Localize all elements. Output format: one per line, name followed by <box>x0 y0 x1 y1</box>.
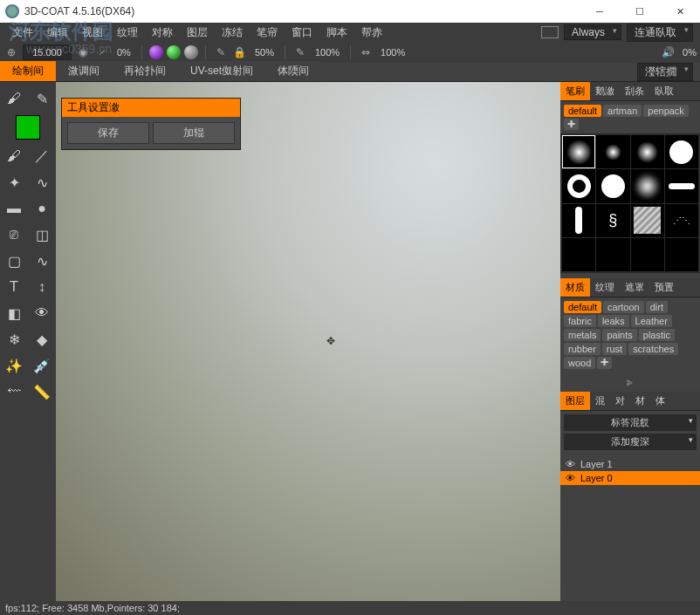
tab-voxel[interactable]: 体陾间 <box>265 61 321 81</box>
mat-chip-add[interactable]: ✚ <box>597 357 612 369</box>
mat-chip[interactable]: rust <box>602 343 627 355</box>
minimize-button[interactable]: ─ <box>580 0 620 23</box>
brush-preset[interactable]: ⋰⋱ <box>665 204 698 237</box>
menu-window[interactable]: 窗口 <box>285 25 319 40</box>
brush-tab[interactable]: 笔刷 <box>560 82 590 100</box>
blend-tab[interactable]: 混 <box>590 392 610 410</box>
menu-file[interactable]: 文件 <box>5 25 40 40</box>
tool-magic[interactable]: ✨ <box>0 352 28 379</box>
tool-stamp[interactable]: ⎚ <box>0 222 28 248</box>
tool-brush2[interactable]: 🖌 <box>0 143 28 169</box>
brush-chip-default[interactable]: default <box>564 105 601 117</box>
menu-layers[interactable]: 图层 <box>180 25 215 40</box>
mat-chip[interactable]: leaks <box>598 315 629 327</box>
mat2-tab[interactable]: 材 <box>630 392 650 410</box>
brush-tab-4[interactable]: 臥取 <box>649 82 679 100</box>
brush-chip-artman[interactable]: artman <box>603 105 642 117</box>
arrows-icon[interactable]: ⇔ <box>358 44 374 60</box>
tool-freeze[interactable]: ❄ <box>0 326 28 352</box>
color-swatch[interactable] <box>16 115 40 140</box>
mat-chip[interactable]: scratches <box>628 343 678 355</box>
brush-preset[interactable] <box>631 204 664 237</box>
brush-preset[interactable] <box>596 169 629 202</box>
tool-move[interactable]: ↕ <box>28 274 56 300</box>
brush-preset[interactable] <box>562 169 595 202</box>
tool-smudge[interactable]: ◆ <box>28 326 56 352</box>
brush-preset[interactable]: § <box>596 204 629 237</box>
menu-brush[interactable]: 笔帘 <box>250 25 285 40</box>
tab-paint[interactable]: 绘制间 <box>0 61 56 81</box>
mat-chip[interactable]: dirt <box>646 301 668 313</box>
brush-preset[interactable] <box>562 135 595 168</box>
connect-dropdown[interactable]: 连通臥取 <box>627 24 693 42</box>
expand-icon[interactable]: ⪢ <box>560 372 700 392</box>
brush-preset[interactable] <box>665 238 698 271</box>
mat-chip[interactable]: cartoon <box>603 301 644 313</box>
color-slot[interactable] <box>541 26 559 38</box>
tab-uv[interactable]: UV-set伮射间 <box>178 61 265 81</box>
tool-flatten[interactable]: ▬ <box>0 195 28 222</box>
tab-tweak[interactable]: 溦调间 <box>56 61 112 81</box>
brush-preset[interactable] <box>631 238 664 271</box>
mask-tab[interactable]: 遮罩 <box>620 278 649 297</box>
tool-rect[interactable]: ▢ <box>0 248 28 274</box>
menu-script[interactable]: 脚本 <box>319 25 354 40</box>
brush-preset[interactable] <box>665 169 698 202</box>
tab-retopo[interactable]: 再袷扑间 <box>112 61 178 81</box>
brush-chip-add[interactable]: ✚ <box>564 119 579 130</box>
brush-chip-penpack[interactable]: penpack <box>643 105 689 117</box>
obj-tab[interactable]: 对 <box>610 392 630 410</box>
vol-value[interactable]: 0% <box>679 47 700 58</box>
layer-item[interactable]: 👁Layer 0 <box>560 471 700 485</box>
mat-chip[interactable]: rubber <box>564 343 600 355</box>
tool-spray[interactable]: ∿ <box>28 169 56 195</box>
sphere-purple-icon[interactable] <box>149 45 163 59</box>
always-dropdown[interactable]: Always <box>564 24 621 40</box>
vox-tab[interactable]: 体 <box>650 392 670 410</box>
brush-icon[interactable]: ✎ <box>213 44 229 60</box>
brush-tab-2[interactable]: 鹅漵 <box>590 82 620 100</box>
viewport[interactable]: ✥ <box>56 82 560 615</box>
depth-value[interactable]: 50% <box>251 47 278 58</box>
menu-help[interactable]: 帮赤 <box>354 25 389 40</box>
maximize-button[interactable]: ☐ <box>620 0 660 23</box>
layer-item[interactable]: 👁Layer 1 <box>560 457 700 471</box>
mat-chip[interactable]: metals <box>564 329 600 341</box>
brush-preset[interactable] <box>562 238 595 271</box>
brush-preset[interactable] <box>665 135 698 168</box>
brush-shape-icon[interactable]: ⟋ <box>94 44 110 60</box>
brush-preset[interactable] <box>631 135 664 168</box>
tool-pencil[interactable]: ✎ <box>28 85 56 112</box>
sphere-green-icon[interactable] <box>167 45 181 59</box>
tool-bulb[interactable]: ● <box>28 195 56 222</box>
tool-line[interactable]: ／ <box>28 143 56 169</box>
menu-freeze[interactable]: 冻结 <box>215 25 250 40</box>
brush-preset[interactable] <box>562 204 595 237</box>
mat-chip[interactable]: plastic <box>639 329 675 341</box>
load-button[interactable]: 加辊 <box>153 122 235 144</box>
brush-tab-3[interactable]: 刮条 <box>620 82 649 100</box>
opacity-value[interactable]: 0% <box>113 47 134 58</box>
mat-chip[interactable]: paints <box>602 329 636 341</box>
mat-chip[interactable]: fabric <box>564 315 596 327</box>
tool-text[interactable]: T <box>0 274 28 300</box>
menu-view[interactable]: 视图 <box>75 25 110 40</box>
tool-lasso[interactable]: ◫ <box>28 222 56 248</box>
radius-input[interactable] <box>23 44 72 60</box>
mat-chip[interactable]: wood <box>564 357 595 369</box>
tool-brush[interactable]: 🖌 <box>0 85 28 112</box>
tool-airbrush[interactable]: ✦ <box>0 169 28 195</box>
room-dropdown[interactable]: 瀅辖撊 <box>637 63 693 81</box>
tool-iron[interactable]: ⬳ <box>0 379 28 405</box>
visibility-icon[interactable]: 👁 <box>566 459 575 469</box>
brush-preset[interactable] <box>631 169 664 202</box>
tool-eye[interactable]: 👁 <box>28 300 56 326</box>
close-button[interactable]: ✕ <box>660 0 700 23</box>
smooth-value[interactable]: 100% <box>312 47 343 58</box>
layer-tab[interactable]: 图层 <box>560 392 590 410</box>
speaker-icon[interactable]: 🔊 <box>660 44 676 60</box>
blend-mode-dropdown[interactable]: 标答混餀 <box>564 414 697 431</box>
depth-mode-dropdown[interactable]: 添加瘦深 <box>564 434 697 450</box>
brush-preset[interactable] <box>596 135 629 168</box>
mat-chip[interactable]: Leather <box>631 315 672 327</box>
